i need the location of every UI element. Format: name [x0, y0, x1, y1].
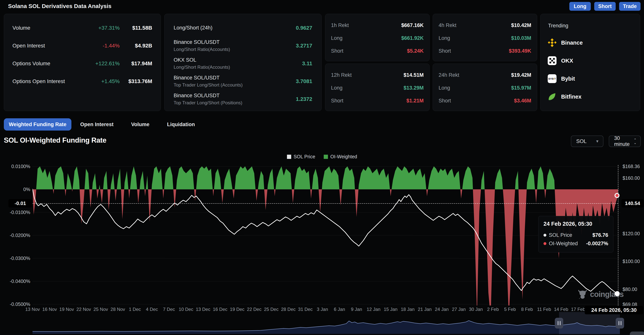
y-tick-label-left: -0.0200%: [2, 232, 30, 238]
ls-label: OKX SOL: [174, 57, 302, 63]
rekt-total: $667.16K: [401, 22, 424, 28]
rekt-card-12h: 12h Rekt$14.51M Long$13.29M Short$1.21M: [325, 64, 430, 111]
rekt-short-label: Short: [331, 98, 406, 104]
handle-grip-icon: [558, 321, 558, 325]
navigator-handle-right[interactable]: [616, 318, 624, 328]
crosshair-left-badge: -0.01: [8, 199, 32, 208]
header: Solana SOL Derivatives Data Analysis Lon…: [0, 0, 644, 12]
tab-weighted-funding-rate[interactable]: Weighted Funding Rate: [4, 118, 72, 130]
tooltip-row-sol-price: SOL Price $76.76: [544, 231, 608, 239]
symbol-select-value: SOL: [576, 138, 586, 144]
stat-change: -1.44%: [80, 43, 120, 49]
ls-sublabel: Long/Short Ratio(Accounts): [174, 47, 296, 52]
rekt-card-4h: 4h Rekt$10.42M Long$10.03M Short$393.49K: [433, 14, 537, 61]
handle-grip-icon: [618, 321, 619, 325]
header-buttons: Long Short Trade: [569, 2, 640, 11]
rekt-short-label: Short: [331, 48, 407, 54]
rekt-short-value: $1.21M: [406, 98, 424, 104]
stat-row-options-open-interest: Options Open Interest +1.45% $313.76M: [12, 72, 152, 90]
rekt-short-value: $393.49K: [509, 48, 531, 54]
bitfinex-icon: [548, 92, 556, 101]
rekt-long-value: $13.29M: [404, 85, 424, 91]
navigator-chart: [32, 313, 620, 334]
crosshair-horizontal: [32, 203, 618, 204]
rekt-total: $10.42M: [511, 22, 531, 28]
chart-legend: SOL Price OI-Weighted: [0, 154, 644, 160]
ls-row: Binance SOL/USDT Top Trader Long/Short (…: [174, 72, 312, 90]
rekt-card-1h: 1h Rekt$667.16K Long$661.92K Short$5.24K: [325, 14, 430, 61]
stat-value: $4.92B: [120, 43, 152, 49]
okx-icon: [548, 56, 556, 65]
rekt-short-value: $3.46M: [514, 98, 531, 104]
long-button[interactable]: Long: [569, 2, 591, 11]
tab-open-interest[interactable]: Open Interest: [72, 118, 122, 130]
tab-volume[interactable]: Volume: [122, 118, 158, 130]
interval-select[interactable]: 30 minute ⌃⌃: [609, 136, 641, 147]
chart-tooltip: 24 Feb 2026, 05:30 SOL Price $76.76 OI-W…: [538, 216, 613, 252]
rekt-title: 4h Rekt: [438, 22, 511, 28]
corner-button[interactable]: [630, 332, 644, 335]
stat-label: Options Volume: [12, 60, 80, 66]
ls-row: OKX SOL Long/Short Ratio(Accounts) 3.11: [174, 54, 312, 72]
interval-select-value: 30 minute: [614, 135, 634, 147]
tab-liquidation[interactable]: Liquidation: [158, 118, 204, 130]
ls-value: 3.7081: [296, 78, 312, 84]
legend-swatch-oi-weighted: [324, 155, 328, 159]
rekt-long-label: Long: [438, 35, 511, 41]
tooltip-dot-sol-price: [544, 234, 546, 236]
chart-tabs: Weighted Funding Rate Open Interest Volu…: [4, 118, 204, 130]
ls-label: Binance SOL/USDT: [174, 39, 296, 45]
y-tick-label-right: $168.36: [622, 164, 640, 169]
ls-value: 1.2372: [296, 96, 312, 102]
trending-item-binance[interactable]: Binance: [548, 34, 633, 52]
ls-label: Long/Short (24h): [174, 25, 296, 31]
y-tick-label-left: -0.0100%: [2, 210, 30, 215]
ls-label: Binance SOL/USDT: [174, 75, 296, 81]
navigator-selection[interactable]: [559, 312, 620, 334]
plot-area: [32, 165, 620, 306]
y-tick-label-right: $80.00: [622, 286, 637, 292]
legend-item-sol-price[interactable]: SOL Price: [287, 154, 315, 160]
y-tick-label-left: 0%: [2, 187, 30, 192]
chevron-down-icon: ▼: [595, 139, 599, 144]
bybit-icon: BYBIT: [548, 74, 556, 83]
chart-navigator[interactable]: [0, 312, 644, 335]
rekt-total: $14.51M: [404, 72, 424, 78]
legend-item-oi-weighted[interactable]: OI-Weighted: [324, 154, 357, 160]
rekt-long-value: $10.03M: [511, 35, 531, 41]
ls-row: Binance SOL/USDT Top Trader Long/Short (…: [174, 90, 312, 108]
y-tick-label-left: -0.0400%: [2, 278, 30, 284]
long-short-card: Long/Short (24h) 0.9627 Binance SOL/USDT…: [164, 14, 322, 111]
stats-card: Volume +37.31% $11.58B Open Interest -1.…: [4, 14, 161, 111]
stat-row-volume: Volume +37.31% $11.58B: [12, 19, 152, 37]
ls-row: Long/Short (24h) 0.9627: [174, 19, 312, 37]
trending-item-label: Bitfinex: [561, 94, 582, 100]
y-tick-label-left: 0.0100%: [2, 164, 30, 169]
ls-sublabel: Top Trader Long/Short (Accounts): [174, 82, 296, 88]
trending-item-okx[interactable]: OKX: [548, 52, 633, 70]
navigator-handle-left[interactable]: [555, 318, 563, 328]
stepper-icon: ⌃⌃: [634, 138, 636, 144]
rekt-long-label: Long: [331, 85, 404, 91]
crosshair-time-badge: 24 Feb 2026, 05:30: [585, 306, 643, 314]
trending-item-bitfinex[interactable]: Bitfinex: [548, 88, 633, 106]
rekt-title: 12h Rekt: [331, 72, 404, 78]
section-title: SOL OI-Weighted Funding Rate: [4, 136, 106, 144]
rekt-total: $19.42M: [511, 72, 531, 78]
trade-button[interactable]: Trade: [619, 2, 640, 11]
short-button[interactable]: Short: [594, 2, 616, 11]
trending-card: Trending Binance: [540, 14, 640, 111]
stat-value: $17.94M: [120, 60, 152, 66]
trending-item-label: OKX: [561, 58, 573, 64]
navigator-area: [32, 321, 620, 334]
rekt-long-value: $661.92K: [401, 35, 424, 41]
handle-grip-icon: [621, 321, 622, 325]
handle-grip-icon: [560, 321, 560, 325]
trending-item-bybit[interactable]: BYBIT Bybit: [548, 70, 633, 88]
crosshair-vertical: [618, 165, 618, 308]
y-tick-label-right: $100.00: [622, 258, 640, 264]
symbol-select[interactable]: SOL ▼: [571, 136, 604, 147]
ls-row: Binance SOL/USDT Long/Short Ratio(Accoun…: [174, 37, 312, 54]
crosshair-right-badge: 140.54: [622, 199, 644, 208]
y-tick-label-right: $120.00: [622, 231, 640, 236]
